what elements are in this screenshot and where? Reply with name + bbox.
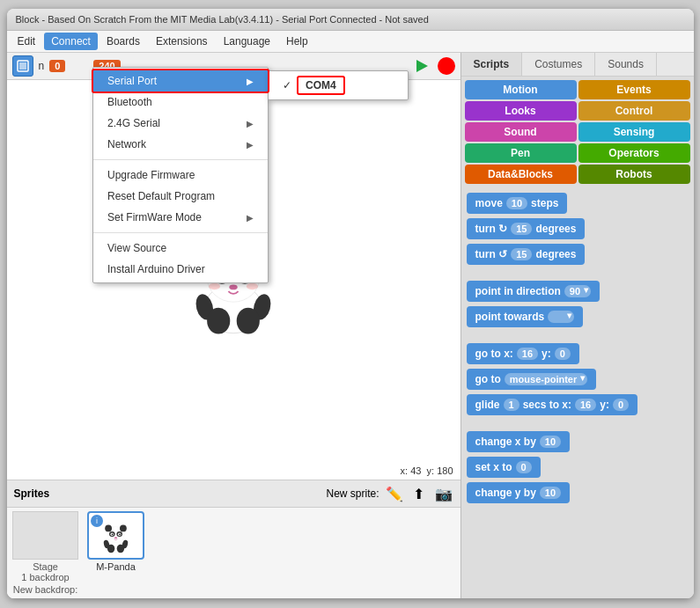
category-looks[interactable]: Looks (465, 101, 577, 121)
scripts-tabs: Scripts Costumes Sounds (461, 53, 694, 77)
menu-language[interactable]: Language (217, 33, 277, 50)
category-sound[interactable]: Sound (465, 122, 577, 142)
submenu-arrow-2: ▶ (247, 119, 254, 128)
divider-1 (93, 159, 268, 160)
category-events[interactable]: Events (578, 80, 690, 99)
sprites-content: Stage1 backdrop New backdrop: i (7, 508, 461, 598)
title-bar: Block - Based On Scratch From the MIT Me… (7, 9, 694, 31)
tab-sounds[interactable]: Sounds (595, 53, 657, 76)
block-go-xy-x: 16 (517, 348, 538, 360)
stage-coords: x: 43 y: 180 (401, 465, 453, 476)
category-sensing[interactable]: Sensing (578, 122, 690, 142)
block-glide[interactable]: glide 1 secs to x: 16 y: 0 (467, 394, 638, 415)
menu-network[interactable]: Network ▶ (93, 134, 268, 155)
block-glide-label: glide (475, 399, 500, 411)
sprite-info-badge: i (91, 515, 103, 527)
menu-bluetooth[interactable]: Bluetooth (93, 92, 268, 113)
block-change-x[interactable]: change x by 10 (467, 431, 571, 452)
sprite-item[interactable]: i (86, 511, 146, 595)
category-control[interactable]: Control (578, 101, 690, 121)
block-go-to-xy[interactable]: go to x: 16 y: 0 (467, 343, 579, 364)
svg-rect-1 (19, 62, 26, 70)
menu-connect[interactable]: Connect (44, 33, 98, 50)
title-text: Block - Based On Scratch From the MIT Me… (16, 14, 429, 25)
view-source-label: View Source (107, 242, 166, 254)
menu-edit[interactable]: Edit (11, 33, 43, 50)
svg-point-18 (207, 308, 230, 334)
category-robots[interactable]: Robots (578, 165, 690, 184)
categories: Motion Events Looks Control Sound Sensin… (461, 77, 694, 187)
svg-point-22 (105, 525, 112, 532)
reset-default-label: Reset Default Program (107, 190, 215, 202)
menu-extensions[interactable]: Extensions (149, 33, 215, 50)
connect-dropdown-menu: Serial Port ▶ ✓ COM4 Bluetooth (92, 67, 269, 283)
category-datablocks[interactable]: Data&Blocks (465, 165, 577, 184)
serial-port-submenu: ✓ COM4 (268, 70, 409, 100)
divider-2 (93, 232, 268, 233)
svg-point-19 (237, 308, 260, 334)
block-glide-secs: 1 (504, 399, 519, 411)
svg-marker-2 (416, 60, 428, 72)
menu-bar: Edit Connect Boards Extensions Language … (7, 31, 694, 53)
category-pen[interactable]: Pen (465, 143, 577, 163)
block-point-towards[interactable]: point towards (467, 306, 584, 327)
block-go-xy-label: go to x: (475, 348, 513, 360)
svg-point-13 (229, 285, 237, 290)
menu-section-bottom: View Source Install Arduino Driver (93, 235, 268, 282)
block-set-x[interactable]: set x to 0 (467, 457, 541, 478)
stage-icon (12, 55, 33, 77)
menu-serial-port[interactable]: Serial Port ▶ ✓ COM4 (93, 70, 268, 92)
menu-upgrade-firmware[interactable]: Upgrade Firmware (93, 165, 268, 186)
new-sprite-controls: New sprite: ✏️ ⬆ 📷 (326, 484, 453, 503)
block-point-direction[interactable]: point in direction 90 (467, 281, 601, 302)
svg-point-29 (119, 533, 121, 535)
block-go-to[interactable]: go to mouse-pointer (467, 369, 597, 390)
menu-2.4g-serial[interactable]: 2.4G Serial ▶ (93, 113, 268, 134)
block-move-suffix: steps (531, 197, 558, 209)
menu-install-arduino[interactable]: Install Arduino Driver (93, 259, 268, 280)
check-mark: ✓ (283, 79, 291, 92)
category-operators[interactable]: Operators (578, 143, 690, 163)
menu-set-firmware[interactable]: Set FirmWare Mode ▶ (93, 207, 268, 228)
block-move-value: 10 (506, 197, 527, 209)
stop-button[interactable] (438, 57, 455, 75)
submenu-arrow-3: ▶ (247, 140, 254, 150)
menu-network-label: Network (107, 138, 146, 150)
block-point-dir-dropdown[interactable]: 90 (564, 285, 591, 297)
block-turn-ccw[interactable]: turn ↺ 15 degrees (467, 244, 586, 265)
camera-sprite-button[interactable]: 📷 (434, 484, 453, 503)
tab-scripts[interactable]: Scripts (461, 53, 523, 76)
block-set-x-value: 0 (516, 461, 532, 473)
menu-help[interactable]: Help (279, 33, 315, 50)
block-point-towards-label: point towards (475, 311, 545, 323)
sprite-thumb: i (87, 511, 144, 560)
green-flag-button[interactable] (411, 55, 432, 77)
blocks-area: move 10 steps turn ↻ 15 degrees turn ↺ 1… (461, 187, 694, 598)
tab-costumes[interactable]: Costumes (522, 53, 595, 76)
menu-boards[interactable]: Boards (99, 33, 147, 50)
svg-point-34 (117, 545, 124, 553)
block-turn-cw[interactable]: turn ↻ 15 degrees (467, 218, 586, 239)
submenu-arrow-4: ▶ (247, 213, 254, 223)
block-point-towards-dropdown[interactable] (548, 311, 574, 323)
block-move-steps[interactable]: move 10 steps (467, 193, 568, 214)
block-glide-ylabel: y: (600, 399, 609, 411)
category-motion[interactable]: Motion (465, 80, 577, 99)
menu-section-middle: Upgrade Firmware Reset Default Program S… (93, 162, 268, 231)
block-change-y[interactable]: change y by 10 (467, 482, 571, 503)
menu-view-source[interactable]: View Source (93, 238, 268, 259)
block-go-xy-y: 0 (555, 348, 571, 360)
new-sprite-label: New sprite: (326, 487, 379, 500)
upload-sprite-button[interactable]: ⬆ (409, 484, 429, 503)
sprites-panel: Sprites New sprite: ✏️ ⬆ 📷 Stage1 backdr… (7, 480, 461, 598)
paint-sprite-button[interactable]: ✏️ (385, 484, 404, 503)
menu-bluetooth-label: Bluetooth (107, 96, 152, 108)
block-change-y-value: 10 (540, 487, 561, 499)
menu-reset-default[interactable]: Reset Default Program (93, 186, 268, 207)
com4-option[interactable]: ✓ COM4 (269, 71, 408, 99)
block-go-to-dropdown[interactable]: mouse-pointer (505, 373, 587, 385)
new-backdrop-label: New backdrop: (13, 584, 77, 595)
app-window: Block - Based On Scratch From the MIT Me… (7, 9, 694, 598)
menu-section-top: Serial Port ▶ ✓ COM4 Bluetooth (93, 68, 268, 157)
scripts-panel: Scripts Costumes Sounds Motion Events Lo… (461, 53, 694, 598)
